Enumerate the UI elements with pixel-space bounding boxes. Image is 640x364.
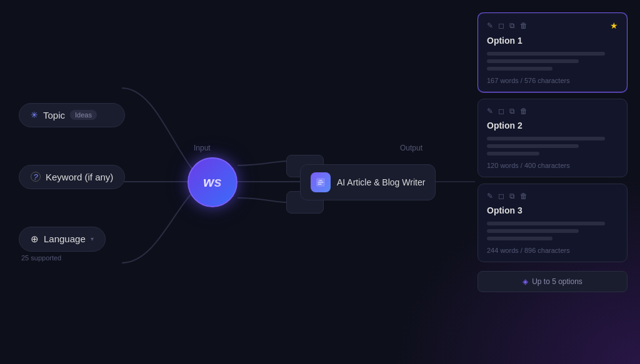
copy-icon-3[interactable]: ⧉ xyxy=(509,192,515,200)
star-icon-1[interactable]: ★ xyxy=(610,21,618,31)
copy-icon-2[interactable]: ⧉ xyxy=(509,107,515,116)
bookmark-icon-1[interactable]: ◻ xyxy=(498,21,504,30)
svg-point-1 xyxy=(318,180,319,181)
ai-article-icon xyxy=(311,172,331,192)
output-card-2: ✎ ◻ ⧉ 🗑 Option 2 120 words / 400 charact… xyxy=(478,99,628,177)
left-panel: ✳ Topic Ideas ? Keyword (if any) ⊕ Langu… xyxy=(19,0,125,364)
options-button-label: Up to 5 options xyxy=(532,277,582,286)
trash-icon-2[interactable]: 🗑 xyxy=(520,107,528,116)
card-3-toolbar: ✎ ◻ ⧉ 🗑 xyxy=(487,192,618,200)
trash-icon-3[interactable]: 🗑 xyxy=(520,192,528,200)
card-3-title: Option 3 xyxy=(487,205,618,215)
card-2-line-2 xyxy=(487,144,579,148)
keyword-icon: ? xyxy=(31,172,41,182)
card-2-title: Option 2 xyxy=(487,121,618,130)
language-supported: 25 supported xyxy=(19,254,61,262)
card-1-line-3 xyxy=(487,67,552,71)
ai-article-label: AI Article & Blog Writer xyxy=(337,177,425,187)
language-node: ⊕ Language ▾ 25 supported xyxy=(19,227,125,262)
card-1-toolbar: ✎ ◻ ⧉ 🗑 ★ xyxy=(487,21,618,31)
card-2-line-3 xyxy=(487,152,539,155)
card-2-toolbar: ✎ ◻ ⧉ 🗑 xyxy=(487,107,618,116)
card-1-title: Option 1 xyxy=(487,36,618,46)
edit-icon-3[interactable]: ✎ xyxy=(487,192,493,200)
topic-icon: ✳ xyxy=(31,110,38,120)
copy-icon-1[interactable]: ⧉ xyxy=(509,21,515,30)
diamond-icon: ◈ xyxy=(522,277,528,286)
keyword-node[interactable]: ? Keyword (if any) xyxy=(19,165,125,189)
language-icon: ⊕ xyxy=(31,234,39,245)
ai-article-node[interactable]: AI Article & Blog Writer xyxy=(300,164,436,200)
card-1-meta: 167 words / 576 characters xyxy=(487,77,618,84)
topic-node[interactable]: ✳ Topic Ideas xyxy=(19,103,125,127)
options-button[interactable]: ◈ Up to 5 options xyxy=(478,271,628,292)
card-3-meta: 244 words / 896 characters xyxy=(487,247,618,254)
language-selector[interactable]: ⊕ Language ▾ xyxy=(19,227,106,252)
card-2-meta: 120 words / 400 characters xyxy=(487,162,618,169)
ws-logo: ws xyxy=(203,174,221,190)
bookmark-icon-2[interactable]: ◻ xyxy=(498,107,504,116)
edit-icon-1[interactable]: ✎ xyxy=(487,21,493,30)
topic-label: Topic xyxy=(43,110,65,121)
bookmark-icon-3[interactable]: ◻ xyxy=(498,192,504,200)
edit-icon-2[interactable]: ✎ xyxy=(487,107,493,116)
center-hub[interactable]: ws xyxy=(188,157,238,207)
keyword-label: Keyword (if any) xyxy=(46,172,113,182)
card-2-line-1 xyxy=(487,137,605,140)
output-card-3: ✎ ◻ ⧉ 🗑 Option 3 244 words / 896 charact… xyxy=(478,184,628,262)
trash-icon-1[interactable]: 🗑 xyxy=(520,21,528,30)
topic-badge: Ideas xyxy=(70,110,97,120)
input-label: Input xyxy=(194,144,211,152)
card-1-line-1 xyxy=(487,52,605,56)
card-3-line-2 xyxy=(487,229,579,233)
output-label: Output xyxy=(400,144,422,152)
card-3-line-1 xyxy=(487,222,605,225)
language-label: Language xyxy=(44,234,86,244)
right-panel: ✎ ◻ ⧉ 🗑 ★ Option 1 167 words / 576 chara… xyxy=(478,12,628,352)
output-card-1: ✎ ◻ ⧉ 🗑 ★ Option 1 167 words / 576 chara… xyxy=(478,12,628,92)
card-3-line-3 xyxy=(487,237,552,240)
card-1-line-2 xyxy=(487,59,579,63)
chevron-down-icon: ▾ xyxy=(91,235,94,242)
